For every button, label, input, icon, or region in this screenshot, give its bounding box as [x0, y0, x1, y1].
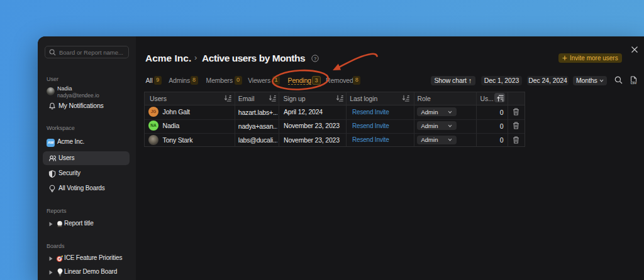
svg-text:CSV: CSV — [631, 82, 637, 85]
svg-text:?: ? — [314, 55, 316, 61]
